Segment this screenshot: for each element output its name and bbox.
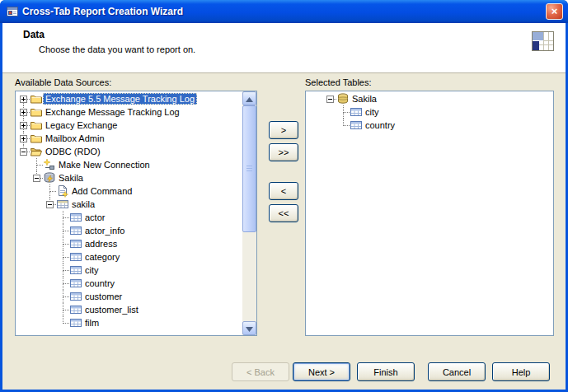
expand-plus-icon[interactable] xyxy=(16,119,30,132)
indent-guide xyxy=(30,184,43,198)
scrollbar-thumb[interactable] xyxy=(242,105,256,232)
cancel-button[interactable]: Cancel xyxy=(428,362,486,381)
tree-item-label[interactable]: Exchange 5.5 Message Tracking Log xyxy=(43,93,197,105)
add-table-button[interactable]: > xyxy=(269,121,298,139)
tree-item-label[interactable]: customer_list xyxy=(82,304,141,315)
finish-button[interactable]: Finish xyxy=(357,362,415,381)
tree-item-film[interactable]: film xyxy=(16,316,242,329)
scroll-up-button[interactable] xyxy=(242,91,256,105)
tree-item-label[interactable]: Sakila xyxy=(56,172,86,184)
indent-guide xyxy=(16,158,30,171)
indent-guide xyxy=(16,290,30,303)
tree-connector xyxy=(56,316,69,329)
indent-guide xyxy=(16,184,30,198)
indent-guide xyxy=(30,290,43,303)
tree-connector xyxy=(56,250,69,264)
folder-open-icon xyxy=(30,145,43,158)
tree-item-label[interactable]: country xyxy=(82,278,117,289)
tree-item-exchange-5-5-message-tracking-log[interactable]: Exchange 5.5 Message Tracking Log xyxy=(16,92,242,105)
tree-item-address[interactable]: address xyxy=(16,237,242,250)
tree-item-label[interactable]: country xyxy=(363,119,397,131)
scrollbar-track[interactable] xyxy=(242,105,256,321)
wizard-window: Cross-Tab Report Creation Wizard × Data … xyxy=(0,0,568,392)
step-subtitle: Choose the data you want to report on. xyxy=(39,44,195,54)
tree-item-label[interactable]: Mailbox Admin xyxy=(43,133,107,144)
tree-item-label[interactable]: ODBC (RDO) xyxy=(43,146,103,157)
tree-item-label[interactable]: Add Command xyxy=(69,185,134,197)
tree-item-label[interactable]: film xyxy=(82,317,101,329)
tree-item-label[interactable]: customer xyxy=(82,291,124,302)
tree-item-country[interactable]: country xyxy=(323,119,552,132)
schema-icon xyxy=(56,198,69,211)
tree-item-sakila[interactable]: sakila xyxy=(16,198,242,211)
indent-guide xyxy=(16,264,30,277)
expand-plus-icon[interactable] xyxy=(16,105,30,119)
indent-guide xyxy=(16,171,30,184)
indent-guide xyxy=(30,224,43,237)
close-button[interactable]: × xyxy=(546,3,563,20)
expand-plus-icon[interactable] xyxy=(16,132,30,145)
tree-item-label[interactable]: city xyxy=(82,264,101,276)
tree-connector xyxy=(336,119,350,132)
indent-guide xyxy=(16,303,30,316)
tree-item-legacy-exchange[interactable]: Legacy Exchange xyxy=(16,119,242,132)
tree-item-customer-list[interactable]: customer_list xyxy=(16,303,242,316)
indent-guide xyxy=(30,303,43,316)
tree-item-odbc-rdo-[interactable]: ODBC (RDO) xyxy=(16,145,242,158)
remove-all-tables-button[interactable]: << xyxy=(269,204,298,222)
tree-connector xyxy=(56,277,69,290)
tree-item-exchange-message-tracking-log[interactable]: Exchange Message Tracking Log xyxy=(16,105,242,119)
vertical-scrollbar[interactable] xyxy=(242,91,256,335)
indent-guide xyxy=(16,211,30,224)
tree-connector xyxy=(56,224,69,237)
indent-guide xyxy=(16,237,30,250)
collapse-minus-icon[interactable] xyxy=(30,171,43,184)
arrow-up-icon xyxy=(246,94,253,104)
selected-tables-label: Selected Tables: xyxy=(305,77,372,87)
titlebar[interactable]: Cross-Tab Report Creation Wizard × xyxy=(0,0,568,23)
scroll-down-button[interactable] xyxy=(242,321,256,335)
remove-table-button[interactable]: < xyxy=(269,182,298,200)
tree-item-make-new-connection[interactable]: Make New Connection xyxy=(16,158,242,171)
tree-item-label[interactable]: actor_info xyxy=(82,225,127,236)
tree-connector xyxy=(43,184,56,198)
help-button[interactable]: Help xyxy=(492,362,550,381)
next-button[interactable]: Next > xyxy=(293,362,350,381)
tree-item-label[interactable]: Sakila xyxy=(350,93,379,105)
step-title: Data xyxy=(23,29,45,40)
tree-item-label[interactable]: address xyxy=(82,238,120,250)
tree-item-actor-info[interactable]: actor_info xyxy=(16,224,242,237)
tree-item-label[interactable]: actor xyxy=(82,212,107,223)
tree-item-label[interactable]: city xyxy=(363,106,382,118)
tree-item-actor[interactable]: actor xyxy=(16,211,242,224)
back-button[interactable]: < Back xyxy=(232,362,289,381)
tree-item-label[interactable]: category xyxy=(82,251,122,263)
tree-item-sakila[interactable]: Sakila xyxy=(16,171,242,184)
tree-item-mailbox-admin[interactable]: Mailbox Admin xyxy=(16,132,242,145)
tree-connector xyxy=(56,237,69,250)
new-connection-icon xyxy=(43,158,56,171)
tree-item-sakila[interactable]: Sakila xyxy=(323,92,552,105)
expand-plus-icon[interactable] xyxy=(16,92,30,105)
collapse-minus-icon[interactable] xyxy=(323,92,336,105)
tree-item-label[interactable]: Make New Connection xyxy=(56,159,153,170)
tree-item-customer[interactable]: customer xyxy=(16,290,242,303)
indent-guide xyxy=(43,250,56,264)
tree-connector xyxy=(336,105,350,119)
tree-item-city[interactable]: city xyxy=(323,105,552,119)
indent-guide xyxy=(43,277,56,290)
add-all-tables-button[interactable]: >> xyxy=(269,143,298,161)
collapse-minus-icon[interactable] xyxy=(16,145,30,158)
collapse-minus-icon[interactable] xyxy=(43,198,56,211)
tree-item-category[interactable]: category xyxy=(16,250,242,264)
tree-item-label[interactable]: sakila xyxy=(69,198,97,210)
tree-item-country[interactable]: country xyxy=(16,277,242,290)
tree-connector xyxy=(56,264,69,277)
selected-tables-tree[interactable]: Sakilacitycountry xyxy=(305,91,554,336)
close-icon: × xyxy=(552,5,558,17)
tree-item-label[interactable]: Legacy Exchange xyxy=(43,119,120,131)
tree-item-label[interactable]: Exchange Message Tracking Log xyxy=(43,106,182,118)
available-sources-tree[interactable]: Exchange 5.5 Message Tracking LogExchang… xyxy=(15,91,257,336)
tree-item-city[interactable]: city xyxy=(16,264,242,277)
tree-item-add-command[interactable]: Add Command xyxy=(16,184,242,198)
